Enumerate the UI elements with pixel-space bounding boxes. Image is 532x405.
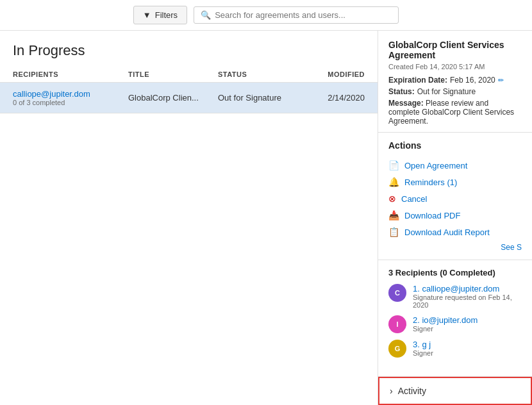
action-open-agreement-label: Open Agreement (404, 161, 467, 170)
download-audit-icon: 📋 (388, 227, 399, 237)
col-recipients: RECIPIENTS (13, 70, 128, 78)
activity-label: Activity (398, 386, 426, 396)
avatar-1: C (388, 284, 406, 302)
actions-title: Actions (388, 140, 522, 151)
filter-icon: ▼ (143, 10, 151, 20)
see-more-link[interactable]: See S (388, 243, 522, 252)
table-row[interactable]: calliope@jupiter.dom 0 of 3 completed Gl… (0, 83, 378, 113)
reminders-icon: 🔔 (388, 177, 399, 187)
status-value: Out for Signature (417, 87, 476, 96)
detail-header: GlobalCorp Client Services Agreement Cre… (378, 31, 532, 133)
recipient-desc-1: Signature requested on Feb 14, 2020 (413, 293, 522, 309)
message-field: Message: Please review and complete Glob… (388, 99, 522, 126)
status-cell: Out for Signature (218, 93, 320, 103)
page-title: In Progress (0, 31, 378, 67)
col-title: TITLE (128, 70, 218, 78)
filter-button[interactable]: ▼ Filters (133, 6, 187, 24)
avatar-3: G (388, 340, 406, 358)
action-reminders[interactable]: 🔔 Reminders (1) (388, 174, 522, 190)
left-panel: In Progress RECIPIENTS TITLE STATUS MODI… (0, 31, 378, 405)
recipient-desc-3: Signer (413, 349, 433, 357)
avatar-2: I (388, 315, 406, 333)
action-reminders-label: Reminders (1) (404, 178, 457, 187)
right-panel: GlobalCorp Client Services Agreement Cre… (378, 31, 532, 405)
action-download-audit-label: Download Audit Report (404, 227, 490, 237)
message-label: Message: (388, 99, 424, 108)
chevron-right-icon: › (390, 386, 393, 396)
recipient-info-2: 2. io@jupiter.dom Signer (413, 315, 478, 333)
table-header: RECIPIENTS TITLE STATUS MODIFIED (0, 67, 378, 83)
recipient-name-1: 1. calliope@jupiter.dom (413, 284, 522, 293)
action-download-pdf[interactable]: 📥 Download PDF (388, 207, 522, 224)
top-bar: ▼ Filters 🔍 (0, 0, 532, 31)
status-label: Status: (388, 87, 415, 96)
search-icon: 🔍 (201, 10, 211, 20)
col-modified: MODIFIED (320, 70, 365, 78)
recipient-desc-2: Signer (413, 325, 478, 333)
col-status: STATUS (218, 70, 320, 78)
recipients-section: 3 Recipients (0 Completed) C 1. calliope… (378, 260, 532, 377)
agreement-title: GlobalCorp Client Services Agreement (388, 40, 522, 60)
created-date: Created Feb 14, 2020 5:17 AM (388, 63, 522, 70)
modified-cell: 2/14/2020 (320, 93, 365, 103)
recipient-row-2: I 2. io@jupiter.dom Signer (388, 315, 522, 333)
recipient-sub: 0 of 3 completed (13, 99, 128, 106)
activity-bar[interactable]: › Activity (378, 377, 532, 405)
expiration-value: Feb 16, 2020 (450, 76, 495, 85)
recipient-info-3: 3. g j Signer (413, 340, 433, 357)
main-layout: In Progress RECIPIENTS TITLE STATUS MODI… (0, 31, 532, 405)
title-cell: GlobalCorp Clien... (128, 93, 218, 103)
action-open-agreement[interactable]: 📄 Open Agreement (388, 157, 522, 174)
actions-section: Actions 📄 Open Agreement 🔔 Reminders (1)… (378, 133, 532, 260)
recipients-title: 3 Recipients (0 Completed) (388, 268, 522, 277)
action-download-pdf-label: Download PDF (404, 211, 460, 220)
recipient-row-3: G 3. g j Signer (388, 340, 522, 358)
filter-label: Filters (155, 10, 178, 20)
download-pdf-icon: 📥 (388, 210, 399, 220)
expiration-label: Expiration Date: (388, 76, 447, 85)
recipient-name-2: 2. io@jupiter.dom (413, 315, 478, 325)
open-agreement-icon: 📄 (388, 160, 399, 170)
recipient-name-3: 3. g j (413, 340, 433, 349)
action-cancel[interactable]: ⊗ Cancel (388, 190, 522, 207)
pencil-icon[interactable]: ✏ (498, 76, 504, 85)
cancel-icon: ⊗ (388, 194, 396, 204)
recipient-info-1: 1. calliope@jupiter.dom Signature reques… (413, 284, 522, 309)
status-field: Status: Out for Signature (388, 87, 522, 96)
recipient-cell: calliope@jupiter.dom 0 of 3 completed (13, 89, 128, 106)
search-input[interactable] (215, 10, 392, 20)
expiration-field: Expiration Date: Feb 16, 2020 ✏ (388, 76, 522, 85)
action-cancel-label: Cancel (401, 194, 427, 204)
recipient-email: calliope@jupiter.dom (13, 89, 128, 99)
action-download-audit[interactable]: 📋 Download Audit Report (388, 224, 522, 240)
recipient-row-1: C 1. calliope@jupiter.dom Signature requ… (388, 284, 522, 309)
search-bar: 🔍 (194, 6, 399, 24)
